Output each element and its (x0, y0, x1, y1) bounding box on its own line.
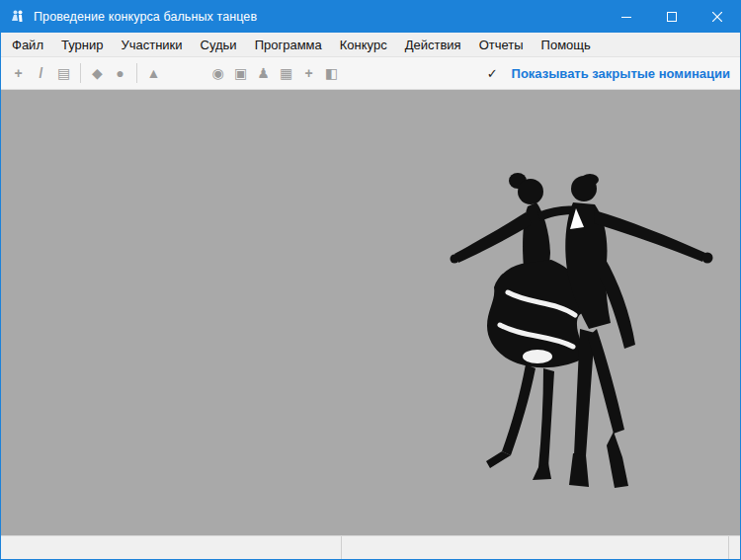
minimize-icon (621, 12, 631, 22)
show-closed-nominations-label: Показывать закрытые номинации (512, 66, 730, 81)
label-icon[interactable]: ◆ (86, 61, 109, 85)
maximize-icon (667, 12, 677, 22)
dancing-couple-illustration (439, 159, 735, 500)
toolbar-separator (80, 63, 81, 83)
menu-item-file[interactable]: Файл (3, 33, 52, 56)
status-panel-left (1, 536, 342, 559)
shape-icon[interactable]: ● (109, 61, 131, 85)
menu-item-judges[interactable]: Судьи (192, 33, 246, 56)
open-icon[interactable]: ▤ (52, 61, 75, 85)
edit-icon[interactable]: / (30, 61, 52, 85)
menu-item-help[interactable]: Помощь (533, 33, 600, 56)
minimize-button[interactable] (604, 1, 649, 33)
add-icon[interactable]: + (297, 61, 320, 85)
grid-icon[interactable]: ▦ (275, 61, 297, 85)
menu-item-reports[interactable]: Отчеты (470, 33, 533, 56)
group-icon[interactable]: ◧ (320, 61, 343, 85)
circle-icon[interactable]: ◉ (206, 61, 229, 85)
close-icon (712, 12, 722, 22)
titlebar: Проведение конкурса бальных танцев (1, 1, 740, 33)
copy-icon[interactable]: ▣ (229, 61, 252, 85)
menu-item-program[interactable]: Программа (246, 33, 331, 56)
menu-item-actions[interactable]: Действия (396, 33, 470, 56)
menubar: Файл Турнир Участники Судьи Программа Ко… (1, 33, 740, 57)
new-icon[interactable]: + (7, 61, 30, 85)
show-closed-nominations-toggle[interactable]: ✓ Показывать закрытые номинации (487, 66, 730, 81)
check-icon: ✓ (487, 66, 498, 81)
toolbar: + / ▤ ◆ ● ▲ ◉ ▣ ♟ ▦ + ◧ ✓ Показывать зак… (1, 57, 740, 90)
hand-icon[interactable]: ▲ (142, 61, 165, 85)
menu-item-participants[interactable]: Участники (112, 33, 191, 56)
person-icon[interactable]: ♟ (252, 61, 275, 85)
resize-grip[interactable] (728, 536, 740, 559)
menu-item-contest[interactable]: Конкурс (331, 33, 396, 56)
statusbar (1, 535, 740, 559)
toolbar-separator (136, 63, 137, 83)
menu-item-tournament[interactable]: Турнир (52, 33, 112, 56)
window-title: Проведение конкурса бальных танцев (34, 10, 257, 24)
close-button[interactable] (695, 1, 740, 33)
app-icon (10, 9, 26, 25)
window-controls (604, 1, 740, 33)
status-panel-main (342, 536, 728, 559)
client-area (1, 90, 740, 535)
maximize-button[interactable] (649, 1, 695, 33)
